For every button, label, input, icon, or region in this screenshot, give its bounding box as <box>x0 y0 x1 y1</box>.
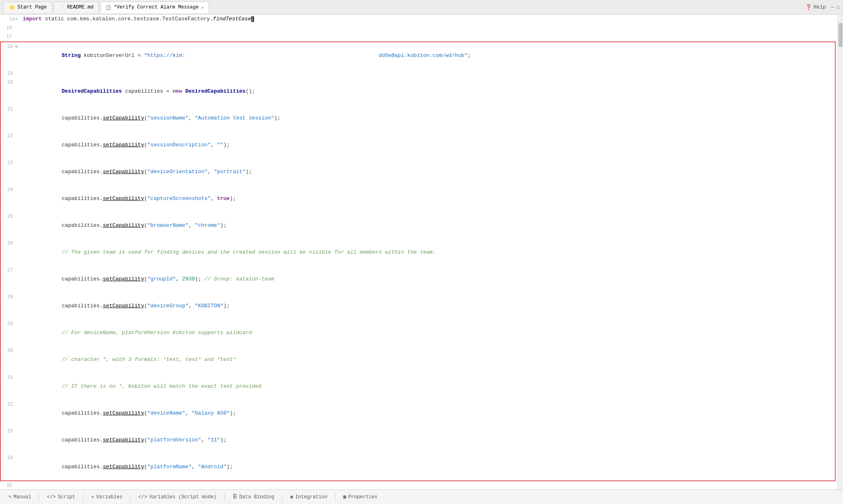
line-number: 26 <box>1 239 13 248</box>
line-gutter: 29 <box>1 319 22 328</box>
line-gutter: 28 <box>1 293 22 302</box>
tab-close-icon[interactable]: ✕ <box>201 5 204 10</box>
line-content: // For deviceName, platformVersion Kobit… <box>22 319 835 346</box>
code-line: 27 capabilities.setCapability("groupId",… <box>1 266 835 293</box>
line-number: 29 <box>1 319 13 328</box>
help-icon: ❓ <box>805 4 812 11</box>
integration-icon: ◉ <box>290 494 293 500</box>
line-content: import static com.kms.katalon.core.testc… <box>21 15 837 24</box>
code-line: 29 // For deviceName, platformVersion Ko… <box>1 319 835 346</box>
tab-verify[interactable]: 📋 *Verify Correct Alarm Message ✕ <box>100 2 209 13</box>
line-gutter: 18 ⊲ <box>1 42 22 51</box>
line-number: 33 <box>1 427 13 436</box>
code-line: 17 <box>0 33 837 41</box>
tab-script-label: Script <box>58 494 75 500</box>
tab-start-page-label: Start Page <box>17 4 47 10</box>
variables-script-icon: </> <box>138 494 147 500</box>
line-gutter: 17 <box>0 33 21 41</box>
line-gutter: 26 <box>1 239 22 248</box>
scrollbar[interactable] <box>837 15 843 489</box>
line-content: String kobitonServerUrl = "https://kim: … <box>22 42 835 69</box>
line-number: 19 <box>1 69 13 78</box>
line-content: // character *, with 3 formats: *text, t… <box>22 346 835 373</box>
bottom-bar: ✎ Manual </> Script ✕ Variables </> Vari… <box>0 489 843 504</box>
line-number: 25 <box>1 212 13 221</box>
variables-icon: ✕ <box>91 494 94 500</box>
manual-icon: ✎ <box>9 494 11 500</box>
line-number: 20 <box>1 78 13 87</box>
line-gutter: 23 <box>1 159 22 167</box>
line-gutter: 35 <box>0 481 21 489</box>
line-gutter: 33 <box>1 427 22 436</box>
code-line: 32 capabilities.setCapability("deviceNam… <box>1 400 835 427</box>
tab-manual-label: Manual <box>13 494 31 500</box>
tab-variables[interactable]: ✕ Variables <box>86 491 128 503</box>
tab-integration[interactable]: ◉ Integration <box>285 491 332 503</box>
tab-variables-label: Variables <box>96 494 123 500</box>
separator <box>130 493 130 501</box>
line-gutter: 34 <box>1 454 22 463</box>
line-content: capabilities.setCapability("sessionDescr… <box>22 132 835 159</box>
line-content: DesiredCapabilities capabilities = new D… <box>22 78 835 105</box>
tab-manual[interactable]: ✎ Manual <box>3 491 36 503</box>
code-line: 19 <box>1 69 835 78</box>
tab-data-binding[interactable]: 🗄 Data Binding <box>227 491 280 503</box>
line-number: 34 <box>1 454 13 463</box>
minimize-icon[interactable]: — <box>831 4 834 11</box>
code-line: 20 DesiredCapabilities capabilities = ne… <box>1 78 835 105</box>
line-content: capabilities.setCapability("captureScree… <box>22 185 835 212</box>
code-line: 35 <box>0 481 837 489</box>
tab-script[interactable]: </> Script <box>41 491 80 503</box>
code-line: 25 capabilities.setCapability("browserNa… <box>1 212 835 239</box>
code-line: 34 capabilities.setCapability("platformN… <box>1 454 835 480</box>
tab-start-page[interactable]: ⭐ Start Page <box>3 2 52 13</box>
help-label: Help <box>813 4 826 10</box>
editor-container: 1 1+ import static com.kms.katalon.core.… <box>0 15 843 489</box>
line-gutter: 31 <box>1 373 22 382</box>
tab-data-binding-label: Data Binding <box>239 494 274 500</box>
code-line: 24 capabilities.setCapability("captureSc… <box>1 185 835 212</box>
separator <box>335 493 335 501</box>
tab-readme[interactable]: 📄 README.md <box>54 2 99 13</box>
line-gutter: 24 <box>1 185 22 194</box>
title-bar: ⭐ Start Page 📄 README.md 📋 *Verify Corre… <box>0 0 843 15</box>
code-line: 23 capabilities.setCapability("deviceOri… <box>1 159 835 185</box>
scrollbar-thumb[interactable] <box>839 23 843 47</box>
line-number: 18 <box>1 42 13 51</box>
readme-icon: 📄 <box>59 5 65 10</box>
code-editor[interactable]: 1 1+ import static com.kms.katalon.core.… <box>0 15 837 489</box>
highlight-box: 18 ⊲ String kobitonServerUrl = "https://… <box>0 41 836 481</box>
line-number: 23 <box>1 159 13 167</box>
tab-properties[interactable]: ▦ Properties <box>338 491 382 503</box>
fold-indicator: 1+ <box>12 15 18 24</box>
tab-variables-script[interactable]: </> Variables (Script mode) <box>133 491 222 503</box>
line-gutter: 1 1+ <box>0 15 21 24</box>
line-gutter: 20 <box>1 78 22 87</box>
help-button[interactable]: ❓ Help <box>805 4 826 11</box>
properties-icon: ▦ <box>343 494 346 500</box>
line-number: 31 <box>1 373 13 382</box>
line-gutter: 21 <box>1 105 22 114</box>
tab-variables-script-label: Variables (Script mode) <box>149 494 217 500</box>
code-lines: 1 1+ import static com.kms.katalon.core.… <box>0 15 837 489</box>
tab-properties-label: Properties <box>348 494 378 500</box>
window-controls: — ☐ <box>831 4 840 11</box>
line-gutter: 27 <box>1 266 22 275</box>
line-content: capabilities.setCapability("browserName"… <box>22 212 835 239</box>
line-content: capabilities.setCapability("platformVers… <box>22 427 835 454</box>
separator <box>39 493 39 501</box>
code-line: 33 capabilities.setCapability("platformV… <box>1 427 835 454</box>
code-line: 26 // The given team is used for finding… <box>1 239 835 266</box>
separator <box>224 493 225 501</box>
line-number: 24 <box>1 185 13 194</box>
code-line: 31 // If there is no *, Kobiton will mat… <box>1 373 835 400</box>
code-line: 18 ⊲ String kobitonServerUrl = "https://… <box>1 42 835 69</box>
code-line: 1 1+ import static com.kms.katalon.core.… <box>0 15 837 24</box>
code-line: 16 <box>0 24 837 33</box>
line-gutter: 22 <box>1 132 22 141</box>
line-content: capabilities.setCapability("platformName… <box>22 454 835 480</box>
code-line: 21 capabilities.setCapability("sessionNa… <box>1 105 835 132</box>
line-gutter: 30 <box>1 346 22 355</box>
maximize-icon[interactable]: ☐ <box>836 4 840 11</box>
tab-verify-label: *Verify Correct Alarm Message <box>114 4 199 10</box>
